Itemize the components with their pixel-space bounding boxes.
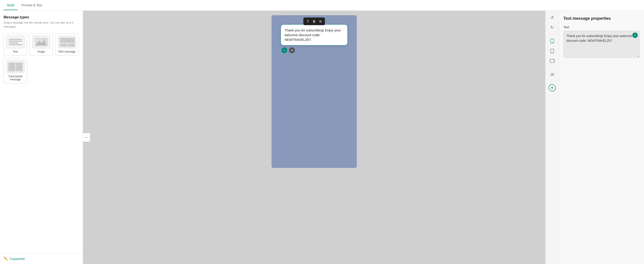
text-line-4 [9, 44, 22, 45]
bubble-add-button[interactable]: + [282, 47, 287, 53]
card-svg [8, 62, 23, 72]
svg-rect-6 [68, 44, 74, 46]
collapse-sidebar-button[interactable]: ← [83, 133, 90, 142]
field-add-variable-button[interactable]: + [632, 32, 638, 38]
sidebar-content: Message types Drag a message into the ca… [0, 11, 83, 253]
text-field-label: Text [564, 25, 640, 29]
bubble-action-bar: + ✦ [280, 47, 348, 53]
toolbar-divider-2 [549, 68, 555, 68]
tablet-landscape-button[interactable] [548, 57, 556, 65]
bubble-ai-button[interactable]: ✦ [289, 47, 295, 53]
text-type-label: Text [13, 50, 18, 53]
undo-button[interactable]: ↺ [548, 14, 556, 22]
svg-rect-4 [60, 38, 74, 43]
right-device-toolbar: ↺ ↻ [545, 11, 559, 264]
card-type-icon [6, 60, 24, 73]
tablet-landscape-icon [550, 59, 555, 63]
rich-type-icon [58, 36, 76, 48]
message-type-card[interactable]: Card-based message [4, 58, 27, 84]
text-type-icon [6, 36, 24, 48]
text-line-2 [9, 41, 22, 42]
add-block-button[interactable]: + [549, 84, 556, 91]
rich-icon-decoration [59, 37, 75, 47]
tab-build[interactable]: Build [4, 1, 18, 10]
message-types-grid: Text Image [4, 33, 79, 84]
svg-point-15 [554, 60, 554, 61]
main-layout: Message types Drag a message into the ca… [0, 11, 644, 264]
image-svg [34, 38, 48, 46]
toolbar-divider-1 [549, 34, 555, 34]
text-lines-decoration [9, 38, 22, 46]
eye-icon [550, 73, 554, 76]
tab-preview[interactable]: Preview & Test [18, 1, 46, 10]
svg-point-2 [44, 39, 46, 41]
svg-rect-5 [60, 44, 67, 46]
text-line-1 [9, 39, 22, 40]
message-type-image[interactable]: Image [30, 33, 53, 56]
rich-type-label: Rich message [58, 50, 76, 53]
mobile-icon [550, 39, 554, 43]
rich-svg [59, 37, 76, 47]
redo-button[interactable]: ↻ [548, 23, 556, 32]
image-type-label: Image [38, 50, 45, 53]
text-line-3 [9, 42, 18, 43]
message-type-rich[interactable]: Rich message [55, 33, 79, 56]
copy-icon[interactable]: ⧉ [318, 19, 323, 24]
delete-icon[interactable]: 🗑 [312, 19, 317, 24]
left-sidebar: Message types Drag a message into the ca… [0, 11, 83, 264]
svg-line-16 [550, 73, 554, 76]
svg-point-13 [552, 52, 552, 53]
bubble-text-content: Thank you for subscribing! Enjoy your we… [284, 28, 341, 42]
copywriter-button[interactable]: ✏️ Copywriter [0, 253, 83, 264]
phone-mockup: ⠿ 🗑 ⧉ Thank you for subscribing! Enjoy y… [272, 15, 357, 168]
svg-rect-8 [8, 63, 15, 71]
text-bubble[interactable]: Thank you for subscribing! Enjoy your we… [280, 24, 348, 46]
copywriter-label: Copywriter [10, 257, 25, 261]
message-type-text[interactable]: Text [4, 33, 27, 56]
text-field-input[interactable] [564, 31, 640, 58]
bubble-toolbar: ⠿ 🗑 ⧉ [304, 18, 325, 25]
copywriter-icon: ✏️ [4, 256, 8, 261]
toolbar-divider-3 [549, 81, 555, 82]
visibility-toggle-button[interactable] [548, 70, 556, 78]
image-type-icon [32, 36, 50, 48]
mobile-view-button[interactable] [548, 37, 556, 45]
top-tab-bar: Build Preview & Test [0, 0, 644, 11]
panel-title: Text message properties [564, 16, 640, 21]
properties-panel: Text message properties Text + [559, 11, 644, 264]
tablet-portrait-button[interactable] [548, 47, 556, 55]
card-icon-decoration [8, 62, 23, 72]
svg-rect-9 [16, 63, 22, 71]
tablet-portrait-icon [550, 49, 554, 53]
card-type-label: Card-based message [6, 75, 25, 81]
text-bubble-container: Thank you for subscribing! Enjoy your we… [280, 24, 348, 53]
canvas-area: ← ⠿ 🗑 ⧉ Thank you for subscribing! Enjoy… [83, 11, 545, 264]
text-field-wrapper: + [564, 31, 640, 58]
move-icon[interactable]: ⠿ [305, 19, 310, 24]
message-types-title: Message types [4, 15, 79, 19]
message-types-desc: Drag a message into the canvas area. You… [4, 21, 79, 29]
image-icon-decoration [34, 38, 48, 46]
collapse-arrow-icon: ← [85, 135, 88, 140]
